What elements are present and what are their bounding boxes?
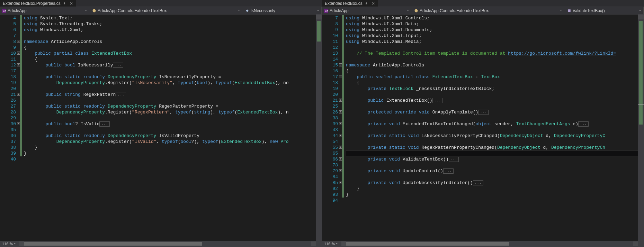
- split-handle-icon[interactable]: [316, 15, 322, 19]
- vertical-scrollbar[interactable]: [638, 15, 644, 241]
- fold-expanded-icon[interactable]: -: [17, 52, 20, 55]
- fold-expanded-icon[interactable]: -: [339, 75, 342, 78]
- collapsed-region[interactable]: ...: [113, 63, 123, 68]
- editor[interactable]: 789101112131415-1617-18192021+2526+3839+…: [322, 15, 644, 241]
- fold-collapsed-icon[interactable]: +: [339, 181, 342, 184]
- code-line[interactable]: // The Templated Control item template i…: [346, 51, 638, 56]
- close-icon[interactable]: [68, 2, 73, 5]
- code-line[interactable]: [346, 103, 638, 109]
- nav-project[interactable]: C# ArticleApp: [0, 7, 90, 14]
- code-line[interactable]: {: [24, 45, 316, 51]
- split-handle-icon[interactable]: [638, 15, 644, 19]
- collapsed-region[interactable]: ...: [99, 121, 110, 127]
- fold-collapsed-icon[interactable]: +: [339, 157, 342, 161]
- code-line[interactable]: }: [24, 145, 316, 150]
- scroll-right-arrow[interactable]: [311, 241, 316, 246]
- code-line[interactable]: using System.Threading.Tasks;: [24, 21, 316, 27]
- pin-icon[interactable]: [63, 2, 66, 5]
- scroll-left-arrow[interactable]: [19, 241, 24, 246]
- code-line[interactable]: [24, 33, 316, 39]
- fold-expanded-icon[interactable]: -: [17, 40, 20, 43]
- fold-expanded-icon[interactable]: -: [339, 63, 342, 66]
- code-line[interactable]: using Windows.UI.Xaml.Data;: [346, 21, 638, 27]
- code-line[interactable]: private static void IsNecessarilyPropert…: [346, 133, 638, 139]
- code-line[interactable]: [24, 86, 316, 92]
- code-line[interactable]: }: [346, 192, 638, 198]
- code-line[interactable]: using Windows.UI.Xaml;: [24, 27, 316, 33]
- code-line[interactable]: DependencyProperty.Register("RegexPatter…: [24, 109, 316, 115]
- code-line[interactable]: namespace ArticleApp.Controls: [346, 62, 638, 68]
- code-line[interactable]: }: [346, 186, 638, 192]
- fold-collapsed-icon[interactable]: +: [17, 63, 20, 66]
- code-line[interactable]: [346, 115, 638, 121]
- scroll-left-arrow[interactable]: [341, 241, 346, 246]
- code-line[interactable]: private void UpdateControl()...: [346, 168, 638, 174]
- code-line[interactable]: {: [346, 80, 638, 86]
- code-line[interactable]: [346, 139, 638, 145]
- code-line[interactable]: [24, 115, 316, 121]
- code-line[interactable]: {: [24, 56, 316, 62]
- code-line[interactable]: [346, 45, 638, 51]
- code-line[interactable]: public static readonly DependencyPropert…: [24, 133, 316, 139]
- code-line[interactable]: using Windows.UI.Xaml.Media;: [346, 39, 638, 45]
- code-line[interactable]: private void ExtendedTextBoxTextChanged(…: [346, 121, 638, 127]
- fold-collapsed-icon[interactable]: +: [17, 122, 20, 125]
- code-line[interactable]: [346, 56, 638, 62]
- fold-collapsed-icon[interactable]: +: [339, 99, 342, 102]
- code-line[interactable]: public partial class ExtendedTextBox: [24, 51, 316, 56]
- collapsed-region[interactable]: ...: [432, 98, 443, 103]
- code-line[interactable]: [346, 174, 638, 180]
- code-line[interactable]: public static readonly DependencyPropert…: [24, 74, 316, 80]
- code-line[interactable]: using Windows.UI.Xaml.Documents;: [346, 27, 638, 33]
- code-line[interactable]: protected override void OnApplyTemplate(…: [346, 109, 638, 115]
- code-line[interactable]: [346, 92, 638, 98]
- code-line[interactable]: [24, 127, 316, 133]
- nav-project[interactable]: C# ArticleApp: [322, 7, 412, 14]
- code-line[interactable]: DependencyProperty.Register("IsValid", t…: [24, 139, 316, 145]
- code-line[interactable]: public ExtendedTextBox()...: [346, 98, 638, 103]
- code-area[interactable]: using Windows.UI.Xaml.Controls;using Win…: [344, 15, 638, 241]
- horizontal-scrollbar[interactable]: [341, 241, 638, 246]
- scroll-thumb[interactable]: [346, 242, 509, 246]
- fold-collapsed-icon[interactable]: +: [17, 93, 20, 96]
- code-line[interactable]: public static readonly DependencyPropert…: [24, 103, 316, 109]
- code-line[interactable]: private TextBlock _necessityIndicatorTex…: [346, 86, 638, 92]
- zoom-level[interactable]: 116 %: [322, 242, 341, 246]
- nav-class[interactable]: ArticleApp.Controls.ExtendedTextBox: [90, 7, 243, 14]
- code-line[interactable]: using Windows.UI.Xaml.Controls;: [346, 15, 638, 21]
- collapsed-region[interactable]: ...: [473, 180, 483, 185]
- code-line[interactable]: private void ValidateTextBox()...: [346, 156, 638, 162]
- code-line[interactable]: using Windows.UI.Xaml.Input;: [346, 33, 638, 39]
- nav-class[interactable]: ArticleApp.Controls.ExtendedTextBox: [412, 7, 565, 14]
- code-line[interactable]: public sealed partial class ExtendedText…: [346, 74, 638, 80]
- code-line[interactable]: private void UpdateNecessityIndicator().…: [346, 180, 638, 186]
- editor[interactable]: 45678-910-1112+1718192021+2627282930+353…: [0, 15, 322, 241]
- zoom-level[interactable]: 116 %: [0, 242, 19, 246]
- code-line[interactable]: private static void RegexPatternProperty…: [346, 145, 638, 150]
- fold-collapsed-icon[interactable]: +: [339, 134, 342, 137]
- horizontal-scrollbar[interactable]: [19, 241, 316, 246]
- scroll-thumb[interactable]: [24, 242, 202, 246]
- code-line[interactable]: [24, 156, 316, 162]
- pin-icon[interactable]: [365, 2, 368, 5]
- code-area[interactable]: using System.Text;using System.Threading…: [22, 15, 316, 241]
- fold-collapsed-icon[interactable]: +: [339, 146, 342, 149]
- code-line[interactable]: namespace ArticleApp.Controls: [24, 39, 316, 45]
- collapsed-region[interactable]: ...: [443, 168, 454, 174]
- code-line[interactable]: public bool IsNecessarily...: [24, 62, 316, 68]
- code-line[interactable]: [24, 68, 316, 74]
- file-tab[interactable]: ExtendedTextBox.Properties.cs: [0, 0, 76, 7]
- scroll-right-arrow[interactable]: [633, 241, 638, 246]
- file-tab[interactable]: ExtendedTextBox.cs: [322, 0, 378, 7]
- collapsed-region[interactable]: ...: [578, 121, 589, 127]
- collapsed-region[interactable]: ...: [449, 157, 459, 162]
- code-line[interactable]: [346, 198, 638, 203]
- code-line[interactable]: }: [24, 150, 316, 156]
- collapsed-region[interactable]: ...: [116, 92, 126, 97]
- fold-collapsed-icon[interactable]: +: [339, 169, 342, 172]
- code-line[interactable]: [24, 98, 316, 103]
- nav-member[interactable]: ValidateTextBox(): [565, 7, 644, 14]
- nav-member[interactable]: IsNecessarily: [243, 7, 322, 14]
- code-line[interactable]: [346, 150, 638, 156]
- code-line[interactable]: [346, 127, 638, 133]
